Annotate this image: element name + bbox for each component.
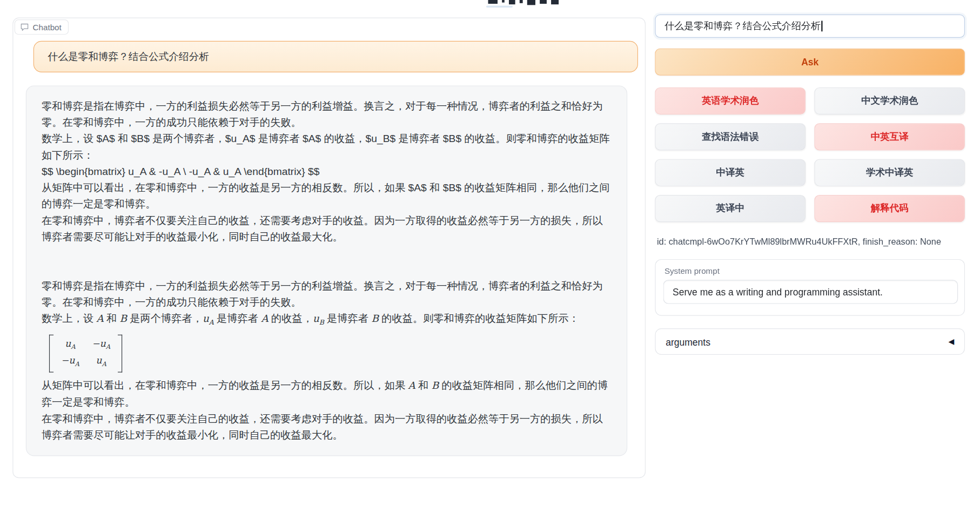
math-variable: B <box>371 313 378 325</box>
bot-message-line: 在零和博弈中，博弈者不仅要关注自己的收益，还需要考虑对手的收益。因为一方取得的收… <box>42 212 612 245</box>
user-message-text: 什么是零和博弈？结合公式介绍分析 <box>48 51 209 62</box>
math-variable: −uA <box>92 338 110 349</box>
bot-message-line: 从矩阵中可以看出，在零和博弈中，一方的收益是另一方的相反数。所以，如果 $A$ … <box>42 179 612 212</box>
math-variable: uB <box>313 313 324 325</box>
math-variable: A <box>408 379 415 391</box>
matrix-cell: uA <box>61 336 79 353</box>
matrix-cells: uA−uA−uAuA <box>53 335 118 373</box>
math-variable: A <box>96 313 103 325</box>
ask-button[interactable]: Ask <box>655 49 965 76</box>
chatbot-label: Chatbot <box>15 19 69 35</box>
chatbot-label-text: Chatbot <box>33 22 62 31</box>
bot-message-line: 零和博弈是指在博弈中，一方的利益损失必然等于另一方的利益增益。换言之，对于每一种… <box>42 278 612 311</box>
title-underline-fragment <box>486 5 513 7</box>
bot-message-line: 从矩阵中可以看出，在零和博弈中，一方的收益是另一方的相反数。所以，如果 A 和 … <box>42 377 612 410</box>
paragraph-gap <box>42 245 612 278</box>
matrix-cell: −uA <box>92 336 110 353</box>
math-variable: −uA <box>61 355 79 366</box>
arguments-accordion-label: arguments <box>666 336 710 347</box>
app-canvas: Chatbot 什么是零和博弈？结合公式介绍分析 零和博弈是指在博弈中，一方的利… <box>0 0 980 519</box>
bot-message-line: 数学上，设 A 和 B 是两个博弈者，uA 是博弈者 A 的收益，uB 是博弈者… <box>42 310 612 331</box>
question-input-value: 什么是零和博弈？结合公式介绍分析 <box>664 19 821 32</box>
status-line: id: chatcmpl-6wOo7KrYTwMl89lbrMWRu4UkFFX… <box>657 237 941 247</box>
collapse-arrow-icon: ◀ <box>948 337 954 346</box>
title-glyph-fragment <box>520 0 523 3</box>
app-window: Chatbot 什么是零和博弈？结合公式介绍分析 零和博弈是指在博弈中，一方的利… <box>0 0 980 519</box>
matrix-right-bracket <box>118 335 122 373</box>
function-button-zh-en-mutual-translate[interactable]: 中英互译 <box>814 123 965 150</box>
title-glyph-fragment <box>540 0 547 4</box>
text-cursor <box>821 21 822 31</box>
function-button-chinese-academic-polish[interactable]: 中文学术润色 <box>814 87 965 114</box>
function-button-en-to-zh[interactable]: 英译中 <box>655 195 806 222</box>
chat-bubble-icon <box>20 23 29 31</box>
title-glyph-fragment <box>509 0 515 4</box>
function-button-find-grammar-errors[interactable]: 查找语法错误 <box>655 123 806 150</box>
math-variable: uA <box>96 355 106 366</box>
system-prompt-value: Serve me as a writing and programming as… <box>673 287 883 298</box>
bot-message-line: 数学上，设 $A$ 和 $B$ 是两个博弈者，$u_A$ 是博弈者 $A$ 的收… <box>42 130 612 163</box>
function-button-explain-code[interactable]: 解释代码 <box>814 195 965 222</box>
system-prompt-card: System prompt Serve me as a writing and … <box>655 259 965 316</box>
function-button-zh-to-en[interactable]: 中译英 <box>655 159 806 186</box>
math-variable: B <box>120 313 127 325</box>
function-button-grid: 英语学术润色中文学术润色查找语法错误中英互译中译英学术中译英英译中解释代码 <box>655 87 965 222</box>
math-variable: uA <box>203 313 214 325</box>
bot-message-line: 零和博弈是指在博弈中，一方的利益损失必然等于另一方的利益增益。换言之，对于每一种… <box>42 98 612 131</box>
system-prompt-input[interactable]: Serve me as a writing and programming as… <box>663 280 958 304</box>
question-input[interactable]: 什么是零和博弈？结合公式介绍分析 <box>655 15 965 38</box>
math-variable: B <box>432 379 439 391</box>
chatbot-panel: Chatbot 什么是零和博弈？结合公式介绍分析 零和博弈是指在博弈中，一方的利… <box>12 18 646 478</box>
title-glyph-fragment <box>502 0 505 3</box>
matrix-left-bracket <box>49 335 53 373</box>
bot-message-line: 在零和博弈中，博弈者不仅要关注自己的收益，还需要考虑对手的收益。因为一方取得的收… <box>42 410 612 443</box>
title-glyph-fragment <box>527 0 535 5</box>
math-variable: uA <box>65 338 75 349</box>
system-prompt-label: System prompt <box>664 266 720 275</box>
user-message: 什么是零和博弈？结合公式介绍分析 <box>33 41 638 72</box>
function-button-english-academic-polish[interactable]: 英语学术润色 <box>655 87 806 114</box>
cropped-page-title <box>488 0 559 5</box>
matrix-cell: −uA <box>61 354 79 370</box>
title-glyph-fragment <box>551 0 559 4</box>
bot-message: 零和博弈是指在博弈中，一方的利益损失必然等于另一方的利益增益。换言之，对于每一种… <box>26 85 627 456</box>
arguments-accordion[interactable]: arguments ◀ <box>655 328 965 355</box>
function-button-academic-zh-to-en[interactable]: 学术中译英 <box>814 159 965 186</box>
math-variable: A <box>261 313 268 325</box>
matrix-cell: uA <box>92 354 110 370</box>
bot-message-line: $$ \begin{bmatrix} u_A & -u_A \ -u_A & u… <box>42 163 612 179</box>
math-matrix: uA−uA−uAuA <box>49 335 122 373</box>
title-glyph-fragment <box>488 0 498 4</box>
